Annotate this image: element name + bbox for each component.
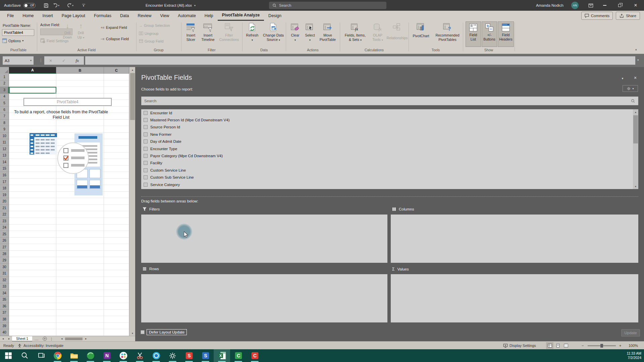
red-s-app-icon[interactable]: S: [181, 349, 197, 362]
field-item[interactable]: Mastered Person Id (Mpe Cd Downstream V4…: [141, 116, 638, 123]
column-header-a[interactable]: A: [9, 67, 56, 74]
cell[interactable]: [104, 284, 129, 290]
close-button[interactable]: ×: [630, 0, 641, 11]
cell[interactable]: [9, 329, 56, 336]
cell[interactable]: [104, 270, 129, 277]
insert-timeline-button[interactable]: InsertTimeline: [199, 21, 217, 47]
insert-slicer-button[interactable]: InsertSlicer: [183, 21, 199, 47]
excel-icon[interactable]: X: [214, 349, 230, 362]
row-header[interactable]: 2: [0, 80, 9, 87]
hscroll-right-button[interactable]: ▸: [83, 336, 89, 342]
green-sphere-app-icon[interactable]: [82, 349, 99, 362]
browser-icon[interactable]: [148, 349, 164, 362]
cell[interactable]: [9, 284, 56, 290]
field-headers-toggle[interactable]: FieldHeaders: [498, 21, 514, 47]
tab-page-layout[interactable]: Page Layout: [57, 11, 90, 21]
fill-handle[interactable]: [55, 92, 57, 94]
autosave-toggle[interactable]: Off: [23, 0, 36, 11]
scroll-down-button[interactable]: ▼: [129, 330, 136, 336]
cell[interactable]: [9, 310, 56, 316]
cell[interactable]: [56, 297, 104, 303]
collapse-ribbon-button[interactable]: ▴: [635, 48, 637, 51]
cell[interactable]: [56, 290, 104, 297]
field-checkbox[interactable]: [144, 168, 148, 172]
prev-sheet-button[interactable]: ◂: [0, 336, 6, 342]
chrome-icon[interactable]: [49, 349, 66, 362]
restore-button[interactable]: [614, 0, 625, 11]
display-settings-button[interactable]: Display Settings: [503, 342, 536, 350]
cell[interactable]: [104, 74, 129, 80]
cell[interactable]: [56, 74, 104, 80]
expand-formula-bar-button[interactable]: ▾: [637, 58, 639, 62]
cell[interactable]: [104, 120, 129, 126]
red-c-app-icon[interactable]: C: [247, 349, 263, 362]
cell[interactable]: [104, 310, 129, 316]
zoom-slider[interactable]: [588, 345, 616, 346]
normal-view-button[interactable]: [546, 342, 553, 349]
tab-pivottable-analyze[interactable]: PivotTable Analyze: [218, 11, 264, 21]
field-item[interactable]: Source Person Id: [141, 124, 638, 131]
defer-layout-update[interactable]: Defer Layout Update: [141, 329, 187, 335]
row-header[interactable]: 8: [0, 120, 9, 126]
cell[interactable]: [104, 290, 129, 297]
row-header[interactable]: 31: [0, 270, 9, 277]
cell[interactable]: [9, 323, 56, 329]
scroll-up-button[interactable]: ▲: [129, 67, 136, 72]
tab-file[interactable]: File: [3, 11, 18, 21]
column-header-c[interactable]: C: [104, 67, 129, 74]
select-all-corner[interactable]: [0, 67, 9, 74]
row-header[interactable]: 34: [0, 290, 9, 297]
task-view-icon[interactable]: [33, 349, 49, 362]
field-checkbox[interactable]: [144, 161, 148, 165]
page-break-preview-button[interactable]: [562, 342, 570, 349]
field-checkbox[interactable]: [144, 147, 148, 151]
sheet-tab[interactable]: Sheet 1: [12, 336, 32, 342]
row-header[interactable]: 36: [0, 303, 9, 310]
accessibility-status[interactable]: Accessibility: Investigate: [17, 342, 63, 350]
rows-drop-area[interactable]: [141, 274, 387, 322]
field-checkbox[interactable]: [144, 132, 148, 136]
cell[interactable]: [104, 323, 129, 329]
settings-icon[interactable]: [164, 349, 181, 362]
row-header[interactable]: 3: [0, 87, 9, 94]
cell[interactable]: [56, 284, 104, 290]
row-header[interactable]: 35: [0, 297, 9, 303]
columns-drop-area[interactable]: [391, 215, 638, 263]
field-list-toggle[interactable]: FieldList: [466, 21, 481, 47]
page-layout-view-button[interactable]: [554, 342, 561, 349]
row-header[interactable]: 4: [0, 94, 9, 100]
field-checkbox[interactable]: [144, 125, 148, 129]
field-item[interactable]: Service Category: [141, 181, 638, 188]
name-box[interactable]: A3▾: [3, 56, 34, 65]
field-item[interactable]: Facility: [141, 160, 638, 167]
cell[interactable]: [9, 80, 56, 87]
avatar[interactable]: AN: [571, 2, 579, 9]
move-pivottable-button[interactable]: MovePivotTable: [317, 21, 338, 47]
zoom-level[interactable]: 100%: [629, 342, 638, 350]
blue-s-app-icon[interactable]: S: [197, 349, 214, 362]
defer-checkbox[interactable]: [141, 330, 145, 334]
cell[interactable]: [9, 297, 56, 303]
scroll-up-button[interactable]: ▲: [633, 109, 638, 115]
cell[interactable]: [9, 74, 56, 80]
onenote-icon[interactable]: N: [99, 349, 115, 362]
field-item[interactable]: Day of Admit Date: [141, 138, 638, 145]
tab-design[interactable]: Design: [264, 11, 286, 21]
formula-input[interactable]: [85, 56, 635, 65]
scroll-down-button[interactable]: ▼: [633, 184, 638, 189]
tab-help[interactable]: Help: [200, 11, 218, 21]
cell[interactable]: [104, 80, 129, 87]
cell[interactable]: [56, 329, 104, 336]
hscroll-left-button[interactable]: ◂: [59, 336, 64, 342]
cell[interactable]: [56, 87, 104, 94]
horizontal-scrollbar[interactable]: [64, 336, 83, 342]
cell[interactable]: [104, 87, 129, 94]
tab-review[interactable]: Review: [133, 11, 156, 21]
field-checkbox[interactable]: [144, 139, 148, 143]
change-data-source-button[interactable]: Change DataSource ▾: [262, 21, 285, 47]
row-header[interactable]: 40: [0, 329, 9, 336]
cell[interactable]: [56, 80, 104, 87]
pane-close-button[interactable]: ×: [632, 75, 639, 80]
collapse-field-button[interactable]: −≡ Collapse Field: [101, 37, 129, 41]
field-item[interactable]: Payor Category (Mpe Cd Downstream V4): [141, 152, 638, 159]
